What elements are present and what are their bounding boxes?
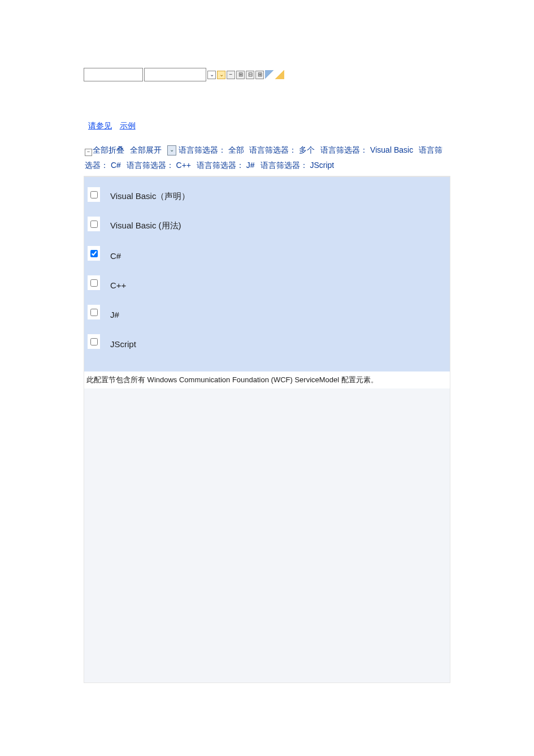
expand-icon[interactable]: ⊞ (255, 71, 264, 79)
reference-links: 请参见 示例 (88, 121, 450, 131)
language-label: Visual Basic（声明） (110, 191, 190, 202)
language-label: C++ (110, 280, 126, 290)
language-checkbox[interactable] (90, 191, 98, 198)
language-label: JScript (110, 339, 136, 349)
toolbar-box-1[interactable] (84, 68, 143, 81)
copy-icon[interactable] (265, 70, 274, 79)
dropdown-icon-alt[interactable]: ⌄ (217, 71, 225, 79)
paste-icon[interactable] (275, 70, 284, 79)
plus-boxed-icon[interactable]: ⊞ (236, 71, 245, 79)
language-filter-option[interactable]: 语言筛选器： J# (197, 161, 257, 170)
expand-all-link[interactable]: 全部展开 (130, 145, 162, 154)
language-checkbox[interactable] (90, 279, 98, 287)
language-row: JScript (84, 334, 450, 349)
language-checkbox-wrap (88, 187, 100, 202)
language-checkbox-area: Visual Basic（声明）Visual Basic (用法)C#C++J#… (84, 177, 450, 371)
language-checkbox-wrap (88, 217, 100, 231)
dropdown-icon[interactable]: ⌄ (207, 71, 216, 79)
language-checkbox[interactable] (90, 309, 98, 316)
language-checkbox-wrap (88, 246, 100, 261)
see-also-link[interactable]: 请参见 (88, 121, 112, 130)
example-link[interactable]: 示例 (120, 121, 136, 130)
content-placeholder (84, 388, 450, 683)
language-checkbox[interactable] (90, 221, 98, 228)
collapse-minibox-icon[interactable]: − (85, 149, 92, 156)
minus-boxed-icon[interactable]: ⊟ (246, 71, 254, 79)
language-filter-option[interactable]: 语言筛选器： 多个 (249, 145, 317, 154)
language-row: Visual Basic（声明） (84, 187, 450, 202)
language-checkbox-wrap (88, 334, 100, 349)
filter-dropdown-icon[interactable]: ⌄ (167, 145, 176, 155)
collapse-all-link[interactable]: 全部折叠 (93, 145, 124, 154)
language-label: J# (110, 310, 119, 319)
language-row: C# (84, 246, 450, 261)
language-filter-option[interactable]: 语言筛选器： 全部 (179, 145, 246, 154)
minus-icon[interactable]: − (227, 71, 235, 79)
language-filter-bar: −全部折叠 全部展开 ⌄ 语言筛选器： 全部 语言筛选器： 多个 语言筛选器： … (84, 141, 450, 177)
language-row: C++ (84, 275, 450, 290)
language-filter-option[interactable]: 语言筛选器： C++ (127, 161, 193, 170)
language-label: Visual Basic (用法) (110, 221, 181, 231)
language-filter-option[interactable]: 语言筛选器： Visual Basic (320, 145, 415, 154)
section-description: 此配置节包含所有 Windows Communication Foundatio… (84, 371, 450, 388)
language-row: J# (84, 305, 450, 319)
language-checkbox[interactable] (90, 250, 98, 257)
language-label: C# (110, 251, 121, 261)
language-checkbox-wrap (88, 305, 100, 319)
toolbar: ⌄ ⌄ − ⊞ ⊟ ⊞ (84, 68, 450, 81)
language-filter-option[interactable]: 语言筛选器： JScript (261, 161, 335, 170)
language-checkbox[interactable] (90, 338, 98, 345)
language-row: Visual Basic (用法) (84, 217, 450, 231)
toolbar-box-2[interactable] (144, 68, 206, 81)
language-checkbox-wrap (88, 275, 100, 290)
